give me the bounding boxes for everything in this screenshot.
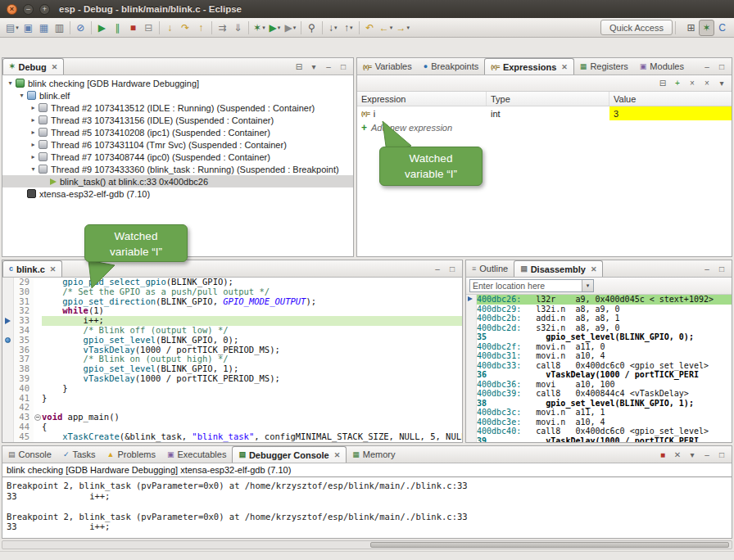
collapse-all-icon[interactable]: ⊟	[657, 77, 668, 89]
view-menu-icon[interactable]: ▾	[308, 61, 319, 73]
disassembly-row[interactable]: 400dbc2d: s32i.n a8, a9, 0	[466, 323, 732, 333]
remove-launch-icon[interactable]: ✕	[672, 449, 683, 461]
next-annotation-icon[interactable]: ↓▾	[325, 20, 341, 36]
window-maximize-button[interactable]: +	[39, 4, 50, 15]
drop-to-frame-icon[interactable]: ⇓	[230, 20, 246, 36]
gutter-icon-cell[interactable]	[2, 403, 14, 413]
disassembly-row[interactable]: 400dbc39: call8 0x400844c4 <vTaskDelay>	[466, 389, 732, 399]
save-icon[interactable]: ▣	[20, 20, 36, 36]
tab-executables[interactable]: ▣Executables	[161, 446, 232, 463]
gutter-icon-cell[interactable]	[2, 413, 14, 422]
expander-icon[interactable]: ▸	[29, 104, 38, 111]
gutter-icon-cell[interactable]	[2, 297, 14, 307]
run-icon[interactable]: ▶▾	[267, 20, 283, 36]
disassembly-row[interactable]: 400dbc3c: movi.n a11, 1	[466, 408, 732, 418]
disassembly-row[interactable]: 36 vTaskDelay(1000 / portTICK_PERI	[466, 370, 732, 380]
disassembly-row[interactable]: 400dbc3e: movi.n a10, 4	[466, 418, 732, 427]
maximize-icon[interactable]: □	[716, 263, 727, 275]
save-all-icon[interactable]: ▦	[36, 20, 52, 36]
debug-tree-row[interactable]: ▾blink checking [GDB Hardware Debugging]	[2, 77, 353, 89]
disassembly-row[interactable]: 400dbc33: call8 0x400dc6c0 <gpio_set_lev…	[466, 361, 732, 371]
window-minimize-button[interactable]: –	[23, 4, 34, 15]
disassembly-row[interactable]: 39 vTaskDelay(1000 / portTICK_PERI	[466, 436, 732, 444]
tab-disassembly[interactable]: ▤Disassembly✕	[514, 260, 603, 277]
close-tab-icon[interactable]: ✕	[50, 265, 57, 273]
close-tab-icon[interactable]: ✕	[334, 451, 341, 459]
remove-all-expressions-icon[interactable]: ×	[701, 77, 713, 89]
expander-icon[interactable]: ▾	[29, 165, 38, 173]
quick-access-button[interactable]: Quick Access	[600, 20, 673, 35]
tab-blink-c[interactable]: cblink.c✕	[2, 260, 62, 277]
gutter-icon-cell[interactable]	[2, 432, 14, 442]
maximize-icon[interactable]: □	[446, 263, 458, 275]
search-icon[interactable]: ⚲	[304, 20, 319, 36]
debug-tree-row[interactable]: blink_task() at blink.c:33 0x400dbc26	[2, 175, 353, 187]
expander-icon[interactable]: ▸	[29, 153, 38, 160]
expander-icon[interactable]: ▾	[17, 92, 26, 99]
instruction-stepping-icon[interactable]: ⇉	[215, 20, 230, 36]
maximize-icon[interactable]: □	[338, 61, 349, 73]
cpp-perspective-button[interactable]: C	[714, 20, 730, 36]
scrollbar-thumb[interactable]	[370, 542, 729, 548]
debug-tree-row[interactable]: ▸Thread #3 1073413156 (IDLE) (Suspended …	[2, 114, 353, 126]
gutter-icon-cell[interactable]	[2, 287, 14, 297]
add-watch-expression-icon[interactable]: +	[672, 77, 683, 89]
close-tab-icon[interactable]: ✕	[52, 63, 58, 71]
gutter-icon-cell[interactable]	[2, 316, 14, 326]
debug-tree-row[interactable]: ▾blink.elf	[2, 89, 353, 102]
debug-tree-row[interactable]: ▾Thread #9 1073433360 (blink_task : Runn…	[2, 163, 353, 175]
disassembly-row[interactable]: 400dbc2b: addi.n a8, a8, 1	[466, 314, 732, 323]
gutter-icon-cell[interactable]	[2, 384, 14, 394]
disassembly-row[interactable]: 400dbc36: movi a10, 100	[466, 380, 732, 390]
collapse-all-icon[interactable]: ⊟	[293, 61, 305, 73]
terminate-icon[interactable]: ■	[657, 449, 668, 461]
skip-all-breakpoints-icon[interactable]: ⊘	[73, 20, 88, 36]
column-value[interactable]: Value	[609, 92, 732, 106]
window-close-button[interactable]: ×	[7, 4, 17, 15]
tab-registers[interactable]: ▦Registers	[574, 58, 634, 75]
remove-expression-icon[interactable]: ×	[686, 77, 698, 89]
external-tools-icon[interactable]: ▶▾	[283, 20, 298, 36]
step-over-icon[interactable]: ↷	[178, 20, 193, 36]
gutter-icon-cell[interactable]	[2, 394, 14, 404]
disassembly-content[interactable]: 400dbc26: l32r a9, 0x400d045c < stext+10…	[466, 295, 732, 443]
location-input[interactable]: Enter location here ▾	[469, 279, 594, 292]
tab-console[interactable]: ▤Console	[2, 446, 57, 463]
gutter-icon-cell[interactable]	[2, 422, 14, 432]
disassembly-row[interactable]: 400dbc26: l32r a9, 0x400d045c < stext+10…	[466, 295, 732, 305]
disassembly-row[interactable]: 400dbc40: call8 0x400dc6c0 <gpio_set_lev…	[466, 427, 732, 436]
forward-icon[interactable]: →▾	[394, 20, 411, 36]
debug-perspective-button[interactable]: ✶	[699, 20, 714, 36]
disassembly-row[interactable]: 400dbc31: movi.n a10, 4	[466, 351, 732, 361]
disassembly-row[interactable]: 400dbc2f: movi.n a11, 0	[466, 342, 732, 352]
tab-problems[interactable]: ▲Problems	[102, 446, 161, 463]
maximize-icon[interactable]: □	[716, 449, 727, 461]
debug-tree-row[interactable]: xtensa-esp32-elf-gdb (7.10)	[2, 187, 353, 200]
gutter-icon-cell[interactable]	[2, 278, 14, 287]
new-icon[interactable]: ▤▾	[4, 20, 20, 36]
open-perspective-icon[interactable]: ⊞	[683, 20, 699, 36]
console-output[interactable]: Breakpoint 2, blink_task (pvParameter=0x…	[2, 477, 732, 532]
console-horizontal-scrollbar[interactable]	[2, 540, 732, 549]
disconnect-icon[interactable]: ⊟	[141, 20, 156, 36]
close-tab-icon[interactable]: ✕	[561, 63, 568, 71]
last-edit-location-icon[interactable]: ↶	[362, 20, 378, 36]
editor-content[interactable]: 29 gpio_pad_select_gpio(BLINK_GPIO);30 /…	[2, 278, 462, 442]
expander-icon[interactable]: ▸	[29, 116, 38, 124]
gutter-icon-cell[interactable]	[2, 374, 14, 384]
tab-tasks[interactable]: ✓Tasks	[57, 446, 102, 463]
gutter-icon-cell[interactable]	[2, 355, 14, 364]
resume-icon[interactable]: ▶	[94, 20, 110, 36]
print-icon[interactable]: ▥	[52, 20, 67, 36]
view-menu-icon[interactable]: ▾	[716, 77, 727, 89]
suspend-icon[interactable]: ∥	[110, 20, 125, 36]
debug-tree-row[interactable]: ▸Thread #7 1073408744 (ipc0) (Suspended …	[2, 151, 353, 163]
disassembly-row[interactable]: 400dbc29: l32i.n a8, a9, 0	[466, 305, 732, 314]
expander-icon[interactable]: ▾	[6, 79, 15, 87]
close-tab-icon[interactable]: ✕	[591, 265, 597, 273]
minimize-icon[interactable]: –	[701, 449, 713, 461]
disassembly-row[interactable]: 35 gpio_set_level(BLINK_GPIO, 0);	[466, 332, 732, 342]
column-expression[interactable]: Expression	[357, 92, 487, 106]
maximize-icon[interactable]: □	[716, 61, 727, 73]
column-type[interactable]: Type	[487, 92, 609, 106]
